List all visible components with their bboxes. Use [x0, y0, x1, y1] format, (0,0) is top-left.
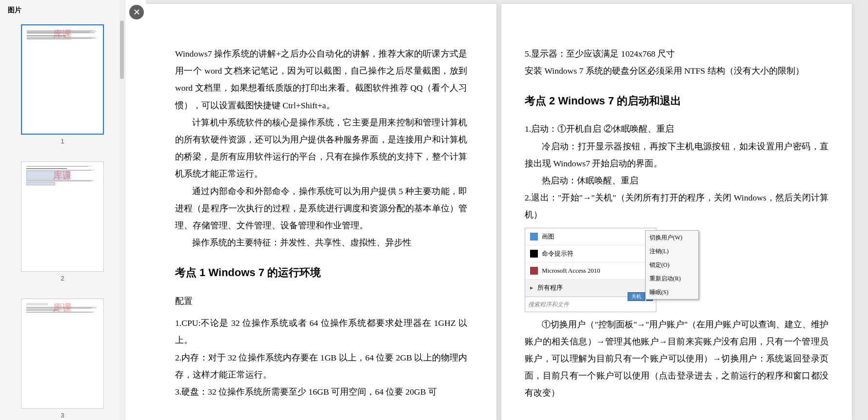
- document-viewport[interactable]: 库课 ® www.kuke99.com 库课 ® www.kuke99.com …: [146, 0, 868, 420]
- p2-shutdown: 2.退出："开始"→"关机"（关闭所有打开的程序，关闭 Windows，然后关闭…: [525, 189, 829, 223]
- p2-startup: 1.启动：①开机自启 ②休眠唤醒、重启: [525, 120, 829, 138]
- start-menu-screenshot: 画图 命令提示符 Microsoft Access 2010▸ ▸所有程序 搜索…: [525, 228, 656, 312]
- p2-ntfs: 安装 Windows 7 系统的硬盘分区必须采用 NTFS 结构（没有大小的限制…: [525, 62, 829, 80]
- sidebar-scrollbar-thumb[interactable]: [120, 20, 124, 79]
- p1-features: 操作系统的主要特征：并发性、共享性、虚拟性、异步性: [175, 234, 467, 251]
- p1-functions: 通过内部命令和外部命令，操作系统可以为用户提供 5 种主要功能，即进程（是程序一…: [175, 183, 467, 235]
- menu-item-access: Microsoft Access 2010▸: [525, 262, 656, 280]
- p1-config-label: 配置: [175, 292, 467, 310]
- p2-cold-boot: 冷启动：打开显示器按钮，再按下主机电源按钮，如未设置用户密码，直接出现 Wind…: [525, 138, 829, 172]
- sidebar-scrollbar-track[interactable]: [119, 0, 125, 420]
- menu-item-cmd: 命令提示符: [525, 245, 656, 262]
- p2-switch-user: ①切换用户（"控制面板"→"用户账户"（在用户账户可以查询、建立、维护账户的相关…: [525, 316, 829, 402]
- shutdown-context-menu: 切换用户(W) 注销(L) 锁定(O) 重新启动(R) 睡眠(S): [645, 230, 699, 300]
- thumbnail-sidebar: 图片 库课 1 库课: [0, 0, 125, 420]
- document-page-1: Windows7 操作系统的讲解+之后办公自动化的讲解，推荐大家的听课方式是用一…: [146, 4, 496, 420]
- ctx-restart: 重新启动(R): [646, 272, 698, 285]
- close-sidebar-button[interactable]: ✕: [129, 5, 144, 20]
- sidebar-title: 图片: [0, 0, 125, 20]
- p1-cpu: 1.CPU:不论是 32 位操作系统或者 64 位操作系统都要求处理器在 1GH…: [175, 315, 467, 349]
- thumb-1-container: 库课 1: [0, 20, 125, 158]
- shutdown-button: 关机: [628, 292, 645, 301]
- close-icon: ✕: [133, 7, 140, 18]
- cmd-icon: [530, 250, 538, 258]
- thumb-3-label: 3: [0, 412, 125, 419]
- access-icon: [530, 267, 538, 275]
- thumb-1-label: 1: [0, 138, 125, 145]
- ctx-logoff: 注销(L): [646, 244, 698, 258]
- paint-icon: [530, 233, 538, 240]
- menu-item-paint: 画图: [525, 228, 656, 245]
- thumb-2-label: 2: [0, 275, 125, 282]
- thumbnail-1[interactable]: 库课: [21, 24, 104, 135]
- p2-warm-boot: 热启动：休眠唤醒、重启: [525, 172, 829, 189]
- document-page-2: 5.显示器：至少应该满足 1024x768 尺寸 安装 Windows 7 系统…: [501, 4, 852, 420]
- ctx-lock: 锁定(O): [646, 258, 698, 272]
- ctx-sleep: 睡眠(S): [646, 285, 698, 299]
- thumbnail-2[interactable]: 库课: [21, 161, 104, 272]
- p1-intro: Windows7 操作系统的讲解+之后办公自动化的讲解，推荐大家的听课方式是用一…: [175, 45, 467, 114]
- thumb-2-container: 库课 2: [0, 158, 125, 295]
- ctx-switch-user: 切换用户(W): [646, 231, 698, 244]
- p1-disk: 3.硬盘：32 位操作系统所需要至少 16GB 可用空间，64 位要 20GB …: [175, 383, 467, 400]
- p1-os-core: 计算机中系统软件的核心是操作系统，它主要是用来控制和管理计算机的所有软硬件资源，…: [175, 114, 467, 183]
- thumb-3-container: 库课 3: [0, 295, 125, 420]
- p2-monitor: 5.显示器：至少应该满足 1024x768 尺寸: [525, 45, 829, 62]
- thumbnail-3[interactable]: 库课: [21, 299, 104, 409]
- p1-heading-1: 考点 1 Windows 7 的运行环境: [175, 262, 467, 283]
- p2-heading-2: 考点 2 Windows 7 的启动和退出: [525, 90, 829, 112]
- p1-memory: 2.内存：对于 32 位操作系统内存要在 1GB 以上，64 位要 2GB 以上…: [175, 349, 467, 383]
